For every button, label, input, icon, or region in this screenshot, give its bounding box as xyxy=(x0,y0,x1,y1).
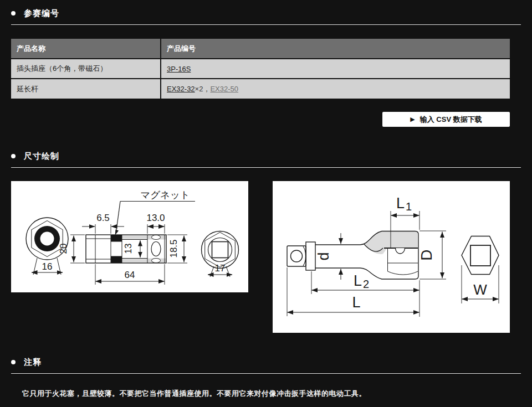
product-code-table: 产品名称 产品编号 插头插座（6个角，带磁石） 3P-16S 延长杆 EX32-… xyxy=(11,39,510,99)
dim-label-bore: 13 xyxy=(123,244,134,254)
table-row: 插头插座（6个角，带磁石） 3P-16S xyxy=(11,59,510,79)
product-name-cell: 延长杆 xyxy=(11,79,161,99)
product-code-link[interactable]: 3P-16S xyxy=(167,65,191,73)
dim-label-d: d xyxy=(315,252,332,260)
dim-label-W: W xyxy=(473,281,487,298)
section-header-notes: 注释 xyxy=(11,356,521,368)
csv-download-label: 输入 CSV 数据下载 xyxy=(420,115,482,125)
section-title-notes: 注释 xyxy=(24,357,42,368)
csv-download-button[interactable]: ▶ 输入 CSV 数据下载 xyxy=(382,112,510,127)
note-text: 它只用于火花塞，且壁较薄。不要把它当作普通插座使用。不要用它来对付像冲击扳手这样… xyxy=(22,389,521,399)
notes-section: 注释 它只用于火花塞，且壁较薄。不要把它当作普通插座使用。不要用它来对付像冲击扳… xyxy=(11,356,521,399)
dim-label-hex-size: 16 xyxy=(42,261,53,272)
section-header-codes: 参赛编号 xyxy=(11,7,521,19)
dim-label-hex-depth: 6.5 xyxy=(96,213,110,223)
table-row: 延长杆 EX32-32×2，EX32-50 xyxy=(11,79,510,99)
section-rule xyxy=(11,24,521,25)
dim-label-end-dia: 17 xyxy=(215,263,226,274)
dim-label-length: 64 xyxy=(125,270,135,280)
section-title-dimensions: 尺寸绘制 xyxy=(24,151,59,162)
collar xyxy=(306,242,315,270)
dim-label-magnet-zone: 13.0 xyxy=(146,213,165,223)
column-header-product-code: 产品编号 xyxy=(161,39,510,59)
magnet-band-bottom xyxy=(111,256,122,264)
square-drive-end xyxy=(287,246,306,266)
extension-side-view xyxy=(287,211,446,317)
drawing-panels: マグネット 6.5 13.0 16 64 17 20 13 18.5 xyxy=(11,181,510,333)
dim-label-drive-dia: 18.5 xyxy=(168,239,179,257)
column-header-product-name: 产品名称 xyxy=(11,39,161,59)
section-title-codes: 参赛编号 xyxy=(24,8,59,19)
dim-label-L2-sub: 2 xyxy=(363,278,369,290)
bullet-icon xyxy=(11,11,16,16)
magnet-label: マグネット xyxy=(140,189,190,200)
bullet-icon xyxy=(11,154,16,158)
pin-hole xyxy=(396,248,405,254)
section-rule xyxy=(11,167,521,168)
dim-label-outer-dia: 20 xyxy=(58,244,69,254)
product-code-section: 参赛编号 产品名称 产品编号 插头插座（6个角，带磁石） 3P-16S 延长杆 … xyxy=(11,7,521,127)
extension-drawing-panel: L 1 d D L 2 L W xyxy=(273,181,510,333)
code-quantity-text: ×2， xyxy=(195,85,211,93)
dim-label-L1-sub: 1 xyxy=(406,200,412,213)
dim-label-D: D xyxy=(418,249,435,260)
section-rule xyxy=(11,373,521,374)
table-header-row: 产品名称 产品编号 xyxy=(11,39,510,59)
product-code-link[interactable]: EX32-50 xyxy=(210,85,238,93)
magnet-band-top xyxy=(111,235,122,242)
dimension-drawing-section: 尺寸绘制 xyxy=(11,150,521,333)
dim-label-L: L xyxy=(352,294,360,311)
section-header-dimensions: 尺寸绘制 xyxy=(11,150,521,162)
product-name-cell: 插头插座（6个角，带磁石） xyxy=(11,59,161,79)
socket-dimension-drawing: マグネット 6.5 13.0 16 64 17 20 13 18.5 xyxy=(11,181,248,290)
product-code-cell: 3P-16S xyxy=(161,59,510,79)
socket-drawing-panel: マグネット 6.5 13.0 16 64 17 20 13 18.5 xyxy=(11,181,248,292)
extension-dimension-drawing: L 1 d D L 2 L W xyxy=(273,181,510,331)
bullet-icon xyxy=(11,360,16,364)
dim-label-L1: L xyxy=(396,195,405,212)
dim-label-L2: L xyxy=(354,272,362,289)
product-code-link[interactable]: EX32-32 xyxy=(167,85,195,93)
download-button-row: ▶ 输入 CSV 数据下载 xyxy=(11,112,510,127)
product-code-cell: EX32-32×2，EX32-50 xyxy=(161,79,510,99)
play-icon: ▶ xyxy=(410,116,415,122)
